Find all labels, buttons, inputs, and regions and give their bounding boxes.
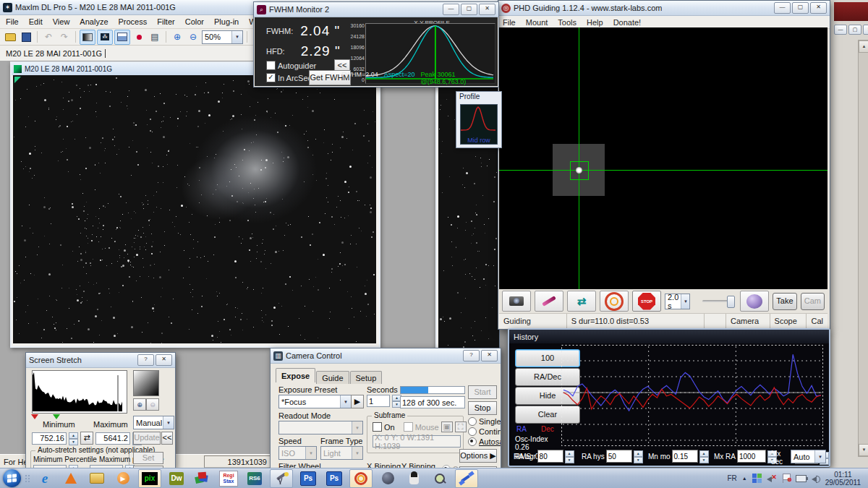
- update-button[interactable]: Update: [133, 432, 161, 445]
- mn-mo-spinner[interactable]: ▲▼: [699, 450, 709, 462]
- taskbar-planetarium-icon[interactable]: [377, 470, 399, 487]
- phd-guide-button[interactable]: [600, 291, 629, 312]
- taskbar-telescope-button[interactable]: [270, 469, 293, 488]
- subframe-edit-icon[interactable]: ▣: [441, 421, 453, 432]
- minimum-spinner[interactable]: ▲▼: [69, 432, 78, 445]
- image-window[interactable]: M20 LE 28 MAI 2011-001G: [10, 61, 380, 348]
- star-tools-icon[interactable]: ⁂: [97, 30, 113, 45]
- tray-network-icon[interactable]: [752, 474, 762, 483]
- swap-button[interactable]: ⇄: [80, 432, 93, 445]
- taskbar-phd-button[interactable]: [349, 469, 373, 488]
- phd-restore-button[interactable]: ▢: [792, 2, 809, 14]
- ra-hys-input[interactable]: 50: [606, 450, 632, 463]
- taskbar-registax-icon[interactable]: RegiStax: [218, 470, 239, 487]
- cam-dialog-button[interactable]: Cam Dialog: [801, 293, 825, 310]
- start-button[interactable]: [3, 469, 21, 487]
- taskbar-ie-icon[interactable]: e: [34, 470, 56, 487]
- options-button[interactable]: Options ▶: [459, 449, 497, 463]
- mn-mo-input[interactable]: 0.15: [672, 450, 698, 463]
- tab-setup[interactable]: Setup: [350, 371, 383, 384]
- scroll-down-icon[interactable]: ▼: [859, 444, 868, 456]
- zoom-in-icon[interactable]: ⊕: [170, 30, 184, 44]
- taskbar-registax6-icon[interactable]: RS6: [244, 470, 265, 487]
- bg-close-button[interactable]: ✕: [863, 25, 868, 35]
- continuous-radio[interactable]: [468, 427, 477, 436]
- stretch-mode-select[interactable]: Manual▼: [133, 416, 174, 429]
- single-radio[interactable]: [468, 417, 477, 426]
- autoguider-checkbox[interactable]: [266, 61, 276, 70]
- phd-guide-view[interactable]: [499, 27, 827, 289]
- maxim-menu-plugin[interactable]: Plug-in: [214, 17, 239, 26]
- maxim-menu-view[interactable]: View: [53, 17, 70, 26]
- camera-help-button[interactable]: ?: [463, 350, 480, 361]
- ra-agr-spinner[interactable]: ▲▼: [565, 450, 574, 462]
- start-button[interactable]: Start: [468, 385, 497, 399]
- ra-agr-input[interactable]: 80: [537, 450, 563, 463]
- subframe-full-icon[interactable]: ⛶: [455, 421, 467, 432]
- zoom-out-icon[interactable]: ⊖: [186, 30, 200, 44]
- history-titlebar[interactable]: History: [509, 330, 829, 343]
- stretch-close-button[interactable]: ✕: [156, 354, 172, 366]
- phd-menu-tools[interactable]: Tools: [558, 18, 576, 27]
- maxim-menu-edit[interactable]: Edit: [29, 17, 43, 26]
- tray-battery-icon[interactable]: [796, 475, 807, 482]
- stretch-titlebar[interactable]: Screen Stretch ? ✕: [26, 353, 175, 368]
- readout-mode-select[interactable]: ▼: [278, 421, 363, 435]
- fwhm-close-button[interactable]: ✕: [479, 4, 495, 15]
- taskbar-explorer-icon[interactable]: [86, 470, 108, 487]
- quicklaunch-divider[interactable]: [25, 475, 30, 482]
- stretch-collapse-button[interactable]: <<: [161, 432, 173, 445]
- profile-title[interactable]: Profile: [456, 92, 501, 104]
- phd-menu-file[interactable]: File: [503, 18, 516, 27]
- resize-grip-icon[interactable]: [14, 77, 21, 83]
- open-file-icon[interactable]: [3, 30, 17, 44]
- pin-icon[interactable]: [132, 30, 146, 44]
- min-marker[interactable]: [31, 414, 38, 419]
- screen-stretch-icon[interactable]: [80, 30, 95, 45]
- set-button[interactable]: Set: [133, 452, 163, 464]
- fwhm-restore-button[interactable]: ▢: [461, 4, 477, 15]
- save-file-icon[interactable]: [19, 30, 33, 44]
- phd-minimize-button[interactable]: —: [774, 2, 791, 14]
- phd-menu-mount[interactable]: Mount: [526, 18, 548, 27]
- phd-menu-donate[interactable]: Donate!: [613, 18, 642, 27]
- dec-guide-mode-select[interactable]: Auto▼: [791, 450, 826, 463]
- minimum-input[interactable]: 752.16: [32, 432, 67, 445]
- taskbar-photoshop1-icon[interactable]: Ps: [297, 470, 319, 487]
- bg-minimize-button[interactable]: —: [834, 25, 847, 35]
- maxim-menu-filter[interactable]: Filter: [157, 17, 174, 26]
- zoom-level-select[interactable]: 50%▼: [202, 30, 243, 44]
- taskbar-satellite-button[interactable]: [455, 469, 478, 488]
- camera-close-button[interactable]: ✕: [481, 350, 498, 361]
- taskbar-photoshop2-icon[interactable]: Ps: [323, 470, 345, 487]
- preset-menu-button[interactable]: ▶: [351, 395, 364, 408]
- maxim-menu-file[interactable]: File: [6, 17, 19, 26]
- tray-language[interactable]: FR: [727, 474, 736, 482]
- stop-button[interactable]: STOP: [632, 291, 661, 312]
- exposure-preset-select[interactable]: *Focus▼: [278, 395, 352, 408]
- taskbar-color-windows-icon[interactable]: [192, 470, 213, 487]
- histogram-zoom-out-icon[interactable]: ⊖: [146, 398, 159, 411]
- tray-expand-icon[interactable]: ▲: [742, 476, 747, 481]
- taskbar-pixinsight-button[interactable]: pix: [138, 469, 161, 488]
- fwhm-titlebar[interactable]: ⌕ FWHM Monitor 2 — ▢ ✕: [254, 2, 498, 17]
- tab-expose[interactable]: Expose: [276, 368, 315, 382]
- maximum-input[interactable]: 5641.2: [95, 432, 130, 445]
- maxim-menu-color[interactable]: Color: [185, 17, 204, 26]
- phd-menu-help[interactable]: Help: [587, 18, 603, 27]
- information-window-icon[interactable]: [114, 30, 130, 45]
- taskbar-clock[interactable]: 01:11 29/05/2011: [825, 471, 865, 487]
- tray-action-center-icon[interactable]: ⊗: [782, 474, 791, 483]
- maxim-menu-process[interactable]: Process: [119, 17, 148, 26]
- brain-settings-button[interactable]: [740, 291, 769, 312]
- speed-select[interactable]: ISO▼: [278, 446, 317, 460]
- taskbar-dreamweaver-icon[interactable]: Dw: [166, 470, 187, 487]
- histogram-zoom-in-icon[interactable]: ⊕: [133, 398, 146, 411]
- camera-connect-button[interactable]: [502, 291, 531, 312]
- exposure-duration-select[interactable]: 2.0 s▼: [665, 294, 690, 309]
- gamma-slider-thumb[interactable]: [727, 296, 735, 308]
- taskbar-mediaplayer-icon[interactable]: ▶: [112, 470, 134, 487]
- bg-restore-button[interactable]: ▢: [848, 25, 861, 35]
- seconds-input[interactable]: 1: [367, 395, 390, 407]
- taskbar-penguin-icon[interactable]: [403, 470, 425, 487]
